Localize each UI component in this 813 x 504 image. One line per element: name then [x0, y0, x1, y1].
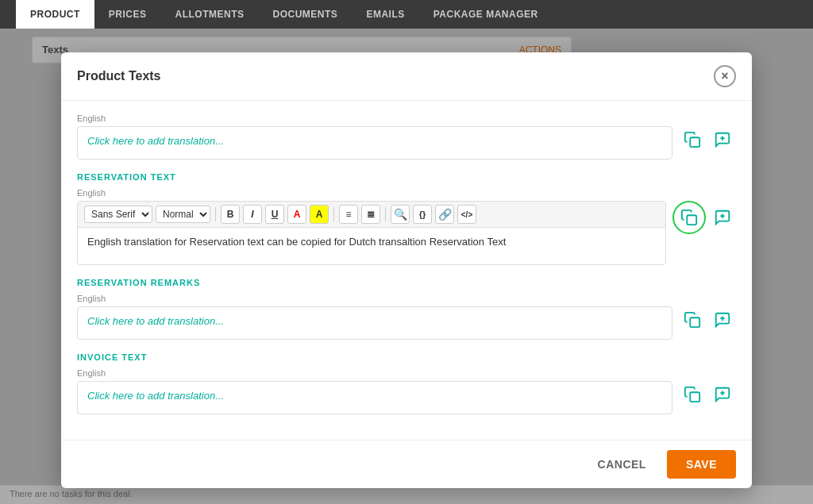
- search-button[interactable]: 🔍: [391, 205, 410, 224]
- placeholder-text-remarks: Click here to add translation...: [87, 315, 224, 327]
- nav-tab-prices[interactable]: PRICES: [94, 0, 161, 29]
- toolbar-separator-2: [333, 207, 334, 221]
- modal-body: English Click here to add translation...: [61, 101, 752, 440]
- save-button[interactable]: SAVE: [667, 450, 736, 479]
- translate-icon-invoice[interactable]: [709, 381, 736, 408]
- nav-tab-package-manager[interactable]: PACKAGE MANAGER: [419, 0, 553, 29]
- modal-header: Product Texts ×: [61, 52, 752, 101]
- field-lang-invoice-text: English: [77, 368, 736, 378]
- translation-input-invoice-text[interactable]: Click here to add translation...: [77, 381, 672, 414]
- editor-text: English translation for Reservation text…: [87, 236, 506, 248]
- background-content: Texts ACTIONS There are no tasks for thi…: [0, 29, 813, 504]
- font-family-select[interactable]: Sans Serif: [84, 206, 152, 223]
- copy-icon-top[interactable]: [679, 126, 706, 153]
- translation-input-top[interactable]: Click here to add translation...: [77, 126, 672, 160]
- close-icon: ×: [721, 70, 728, 83]
- input-row-reservation-remarks: Click here to add translation...: [77, 306, 736, 340]
- code-button[interactable]: {}: [413, 205, 432, 224]
- icon-btn-row-reservation-text: [672, 201, 736, 234]
- italic-button[interactable]: I: [243, 205, 262, 224]
- cancel-button[interactable]: CANCEL: [585, 452, 659, 477]
- translate-icon-remarks[interactable]: [709, 306, 736, 333]
- modal-close-button[interactable]: ×: [714, 65, 736, 87]
- copy-icon-reservation-text[interactable]: [672, 201, 706, 234]
- placeholder-text-invoice: Click here to add translation...: [87, 390, 224, 402]
- field-lang-reservation-remarks: English: [77, 294, 736, 303]
- copy-icon-invoice[interactable]: [679, 381, 706, 408]
- icon-btn-row-remarks: [679, 306, 736, 333]
- svg-rect-9: [690, 392, 699, 402]
- toolbar-separator-3: [385, 207, 386, 221]
- modal-footer: CANCEL SAVE: [61, 440, 752, 488]
- nav-tab-allotments[interactable]: ALLOTMENTS: [161, 0, 259, 29]
- field-lang-top: English: [77, 113, 736, 123]
- bold-button[interactable]: B: [221, 205, 240, 224]
- product-texts-modal: Product Texts × English Click here to ad…: [61, 52, 752, 488]
- html-button[interactable]: </>: [457, 205, 476, 224]
- field-lang-reservation-text: English: [77, 188, 736, 198]
- highlight-button[interactable]: A: [310, 205, 329, 224]
- svg-rect-6: [690, 317, 699, 327]
- font-size-select[interactable]: Normal: [156, 206, 210, 223]
- input-row-top: Click here to add translation...: [77, 126, 736, 160]
- icon-btn-row-top: [679, 126, 736, 153]
- nav-tab-documents[interactable]: DOCUMENTS: [259, 0, 353, 29]
- ordered-list-button[interactable]: ≣: [361, 205, 380, 224]
- icon-btn-row-invoice: [679, 381, 736, 408]
- field-group-reservation-remarks: RESERVATION REMARKS English Click here t…: [77, 278, 736, 340]
- unordered-list-button[interactable]: ≡: [339, 205, 358, 224]
- modal-overlay: Product Texts × English Click here to ad…: [0, 29, 813, 504]
- field-group-invoice-text: INVOICE TEXT English Click here to add t…: [77, 352, 736, 414]
- underline-button[interactable]: U: [265, 205, 284, 224]
- input-row-invoice-text: Click here to add translation...: [77, 381, 736, 414]
- nav-tab-emails[interactable]: EMAILS: [352, 0, 418, 29]
- input-row-reservation-text: Sans Serif Normal B I U A A: [77, 201, 736, 265]
- section-label-reservation-text: RESERVATION TEXT: [77, 172, 736, 182]
- svg-rect-0: [690, 137, 699, 147]
- placeholder-text-top: Click here to add translation...: [87, 135, 224, 147]
- link-button[interactable]: 🔗: [435, 205, 454, 224]
- field-group-reservation-text: RESERVATION TEXT English Sans Serif Norm…: [77, 172, 736, 265]
- translate-icon-top[interactable]: [709, 126, 736, 153]
- svg-rect-3: [687, 215, 696, 225]
- modal-title: Product Texts: [77, 69, 161, 83]
- nav-tab-product[interactable]: PRODUCT: [16, 0, 94, 29]
- editor-toolbar: Sans Serif Normal B I U A A: [78, 202, 665, 228]
- translation-input-reservation-remarks[interactable]: Click here to add translation...: [77, 306, 672, 340]
- toolbar-separator-1: [215, 207, 216, 221]
- translate-icon-reservation-text[interactable]: [709, 204, 736, 231]
- section-label-reservation-remarks: RESERVATION REMARKS: [77, 278, 736, 287]
- editor-wrapper: Sans Serif Normal B I U A A: [77, 201, 666, 265]
- top-navigation: PRODUCT PRICES ALLOTMENTS DOCUMENTS EMAI…: [0, 0, 813, 29]
- text-color-button[interactable]: A: [287, 205, 306, 224]
- editor-content[interactable]: English translation for Reservation text…: [78, 228, 665, 264]
- copy-icon-remarks[interactable]: [679, 306, 706, 333]
- section-label-invoice-text: INVOICE TEXT: [77, 352, 736, 362]
- field-group-top: English Click here to add translation...: [77, 113, 736, 160]
